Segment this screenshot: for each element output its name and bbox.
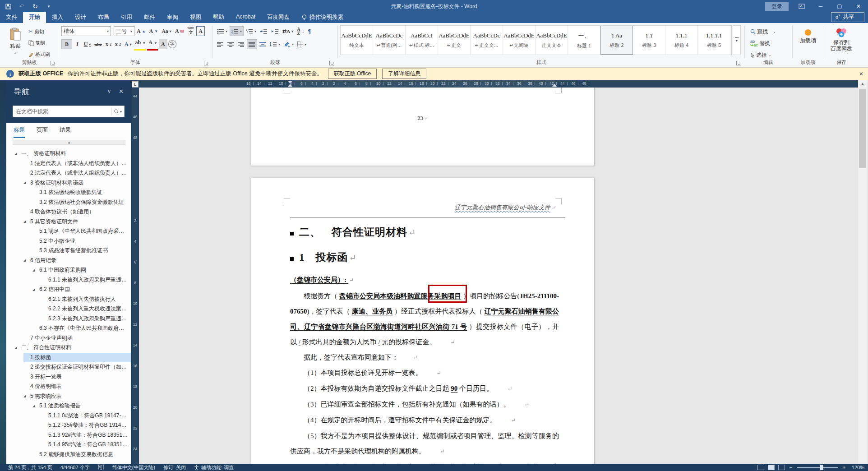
ribbon-tab-6[interactable]: 引用 xyxy=(115,12,138,23)
tell-me-search[interactable]: 操作说明搜索 xyxy=(302,14,343,23)
share-button[interactable]: 共享⌄ xyxy=(831,12,864,22)
copy-button[interactable]: 复制 xyxy=(27,38,51,48)
nav-heading-item[interactable]: 5.1.4 95#汽油：符合GB 18351-2017《... xyxy=(42,440,131,450)
format-painter-button[interactable]: 格式刷 xyxy=(27,49,51,59)
show-marks-icon[interactable]: ¶ xyxy=(306,26,312,36)
nav-search-box[interactable]: ▾ xyxy=(13,106,125,117)
nav-heading-item[interactable]: ◢二、 符合性证明材料 xyxy=(14,343,131,353)
nav-heading-item[interactable]: 3 开标一览表 xyxy=(23,372,131,382)
minimize-button[interactable]: ─ xyxy=(811,0,830,13)
nav-pane-options-chevron-icon[interactable]: ∨ xyxy=(107,88,111,94)
baidu-netdisk-save-button[interactable]: 保存到 百度网盘 xyxy=(826,26,856,57)
collapse-triangle-icon[interactable]: ◢ xyxy=(23,220,30,223)
select-button[interactable]: 选择⌄ xyxy=(749,50,777,60)
nav-heading-item[interactable]: 2 递交投标保证金证明材料复印件（如适用） xyxy=(23,362,131,372)
ribbon-tab-3[interactable]: 插入 xyxy=(46,12,69,23)
ribbon-display-options-icon[interactable] xyxy=(792,0,811,13)
nav-heading-item[interactable]: ◢6.1 中国政府采购网 xyxy=(32,265,131,275)
tab-stop-selector[interactable]: L xyxy=(132,81,139,88)
nav-search-input[interactable] xyxy=(13,108,111,115)
zoom-slider[interactable] xyxy=(797,467,838,468)
grow-font-icon[interactable]: A▲ xyxy=(135,26,147,36)
nav-heading-item[interactable]: 5.1.3 92#汽油：符合GB 18351-2017《... xyxy=(42,430,131,440)
phonetic-guide-icon[interactable]: wén文 xyxy=(186,26,196,36)
zoom-level[interactable]: 120% xyxy=(852,465,864,470)
nav-scroll-up-button[interactable]: ▲ xyxy=(13,140,125,145)
nav-heading-item[interactable]: 6.2.2 未被列入重大税收违法案件当事人名单 xyxy=(42,304,131,314)
collapse-triangle-icon[interactable]: ◢ xyxy=(23,181,30,185)
nav-heading-item[interactable]: 5.1.1 0#柴油：符合GB 19147-2016《车... xyxy=(42,411,131,421)
nav-heading-item[interactable]: ◢3 资格证明材料承诺函 xyxy=(23,178,131,188)
style-card[interactable]: AaBbCcDc↵正文文... xyxy=(471,26,503,55)
style-card[interactable]: AaBbCcDc↵普通(网... xyxy=(373,26,406,55)
search-options-caret-icon[interactable]: ▾ xyxy=(111,107,124,115)
nav-tab-3[interactable]: 结果 xyxy=(60,126,71,138)
distribute-icon[interactable] xyxy=(258,39,268,49)
nav-heading-item[interactable]: 1 法定代表人（或非法人组织负责人）身份证明书 xyxy=(23,159,131,169)
word-count[interactable]: 4/44607 个字 xyxy=(60,464,90,471)
nav-heading-item[interactable]: 5.2 能够提供加油交易数据信息 xyxy=(32,450,131,460)
nav-heading-item[interactable]: ◢6 信用记录 xyxy=(23,256,131,266)
clear-formatting-icon[interactable]: A xyxy=(174,26,185,36)
collapse-triangle-icon[interactable]: ◢ xyxy=(32,288,39,291)
print-layout-icon[interactable] xyxy=(768,465,775,470)
italic-button[interactable]: I xyxy=(73,39,82,49)
nav-heading-item[interactable]: 5.3 成品油零售经营批准证书 xyxy=(32,246,131,256)
bold-button[interactable]: B xyxy=(61,39,72,49)
change-case-icon[interactable]: Aa▾ xyxy=(160,26,173,36)
accessibility-indicator[interactable]: 辅助功能: 调查 xyxy=(194,464,234,471)
paste-button[interactable]: 粘贴⌄ xyxy=(5,26,25,57)
nav-heading-item[interactable]: 4 价格明细表 xyxy=(23,382,131,392)
ribbon-tab-8[interactable]: 审阅 xyxy=(161,12,184,23)
align-left-icon[interactable] xyxy=(216,39,225,49)
collapse-triangle-icon[interactable]: ◢ xyxy=(23,259,30,262)
line-spacing-icon[interactable]: ▾ xyxy=(268,39,282,49)
nav-heading-item[interactable]: 6.3 不存在《中华人民共和国政府采购法实施... xyxy=(32,323,131,333)
document-page-previous[interactable]: 23↵ xyxy=(251,88,595,166)
strikethrough-icon[interactable]: abc xyxy=(93,39,103,49)
nav-heading-item[interactable]: 6.2.3 未被列入政府采购严重违法失信行为... xyxy=(42,314,131,324)
superscript-icon[interactable]: x2 xyxy=(114,39,122,49)
style-card[interactable]: 1.1标题 3 xyxy=(633,26,665,55)
replace-button[interactable]: ab↪ac 替换 xyxy=(749,38,777,48)
add-ins-button[interactable]: 加载项 xyxy=(795,26,821,57)
decrease-indent-icon[interactable] xyxy=(259,26,269,36)
nav-tab-1[interactable]: 标题 xyxy=(14,126,25,138)
enclose-characters-icon[interactable]: 字 xyxy=(168,40,176,48)
paragraph-dialog-launcher-icon[interactable] xyxy=(329,61,334,65)
style-card[interactable]: 1.1.1.1标题 5 xyxy=(698,26,730,55)
ribbon-tab-10[interactable]: 帮助 xyxy=(207,12,230,23)
nav-heading-item[interactable]: ◢6.2 信用中国 xyxy=(32,285,131,295)
asian-layout-icon[interactable]: ⇄A▾ xyxy=(281,26,295,36)
styles-more-button[interactable]: ▼ xyxy=(733,25,741,55)
nav-heading-item[interactable]: ◢一、 资格证明材料 xyxy=(14,149,131,159)
nav-heading-item[interactable]: 3.2 依法缴纳社会保障资金缴款凭证 xyxy=(32,198,131,208)
nav-heading-item[interactable]: 2 法定代表人（或非法人组织负责人）授权委托书 xyxy=(23,168,131,178)
vertical-ruler[interactable]: 44464824681012141618202224 xyxy=(132,88,139,464)
character-border-icon[interactable]: A xyxy=(196,26,205,36)
proofing-icon[interactable] xyxy=(98,465,104,470)
web-layout-icon[interactable] xyxy=(778,465,785,470)
style-card[interactable]: AaBbCcI↵样式 标... xyxy=(406,26,438,55)
ribbon-tab-9[interactable]: 视图 xyxy=(184,12,207,23)
multilevel-list-icon[interactable]: 1ai▾ xyxy=(245,26,258,36)
ribbon-tab-12[interactable]: 百度网盘 xyxy=(261,12,295,23)
cut-button[interactable]: ✂剪切 xyxy=(27,27,51,37)
nav-heading-item[interactable]: 4 联合体协议书（如适用） xyxy=(23,207,131,217)
nav-heading-item[interactable]: 3.1 依法缴纳税收缴款凭证 xyxy=(32,188,131,198)
style-card[interactable]: 1 Aa标题 2 xyxy=(600,26,633,55)
zoom-slider-thumb[interactable] xyxy=(820,465,823,470)
styles-dialog-launcher-icon[interactable] xyxy=(736,61,741,65)
style-card[interactable]: AaBbCcDdE正文文本 xyxy=(536,26,568,55)
document-page-current[interactable]: 辽宁元聚石油销售有限公司-响应文件↵ 二、 符合性证明材料↵ 1 投标函↵ （盘… xyxy=(251,178,595,464)
font-dialog-launcher-icon[interactable] xyxy=(204,61,208,65)
ribbon-tab-2[interactable]: 开始 xyxy=(23,12,46,23)
font-size-combo[interactable]: 三号▾ xyxy=(114,26,134,36)
horizontal-ruler[interactable]: 1614121086422468101214161820222426283032… xyxy=(139,80,858,88)
nav-heading-item[interactable]: 7 中小企业声明函 xyxy=(23,333,131,343)
learn-more-button[interactable]: 了解详细信息 xyxy=(382,69,426,79)
zoom-out-icon[interactable]: − xyxy=(789,464,793,471)
close-button[interactable]: ✕ xyxy=(849,0,868,13)
document-canvas[interactable]: 23↵ 辽宁元聚石油销售有限公司-响应文件↵ 二、 符合性证明材料↵ 1 投标函… xyxy=(139,88,858,464)
font-color-icon[interactable]: A▾ xyxy=(147,39,158,49)
